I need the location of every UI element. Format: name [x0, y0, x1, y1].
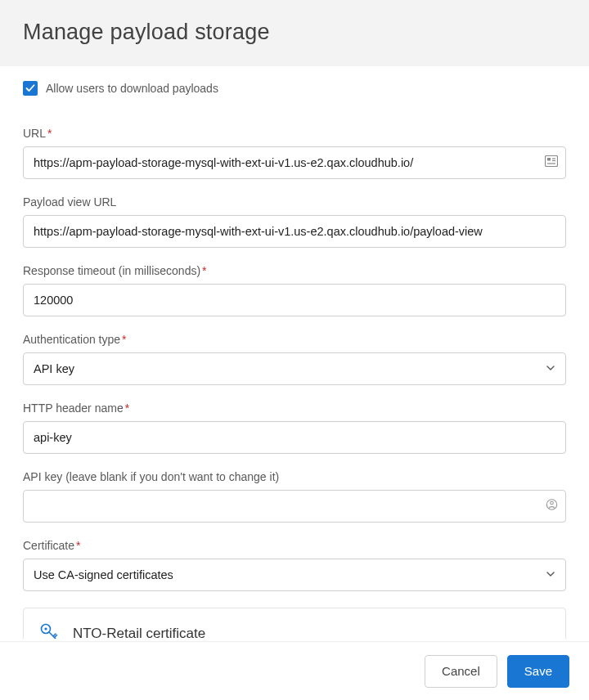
- certificate-card: NTO-Retail certificate: [23, 608, 566, 639]
- cancel-button[interactable]: Cancel: [425, 655, 497, 688]
- page-header: Manage payload storage: [0, 0, 589, 66]
- payload-view-url-label: Payload view URL: [23, 195, 566, 209]
- url-input[interactable]: [23, 146, 566, 179]
- svg-rect-0: [546, 156, 558, 167]
- certificate-field: Certificate* Use CA-signed certificates: [23, 539, 566, 591]
- chevron-down-icon: [546, 568, 555, 581]
- password-manager-icon: [546, 499, 558, 514]
- certificate-label: Certificate*: [23, 539, 566, 552]
- http-header-field: HTTP header name*: [23, 402, 566, 454]
- http-header-input[interactable]: [23, 421, 566, 454]
- certificate-select[interactable]: Use CA-signed certificates: [23, 559, 566, 591]
- auth-type-value: API key: [34, 362, 74, 375]
- certificate-value: Use CA-signed certificates: [34, 568, 173, 581]
- certificate-name: NTO-Retail certificate: [73, 626, 205, 639]
- download-payloads-label: Allow users to download payloads: [46, 82, 218, 95]
- footer-bar: Cancel Save: [0, 641, 589, 700]
- save-button[interactable]: Save: [507, 655, 569, 688]
- key-icon: [38, 621, 60, 639]
- credential-icon: [545, 155, 558, 170]
- svg-point-6: [551, 501, 554, 505]
- auth-type-select[interactable]: API key: [23, 352, 566, 385]
- chevron-down-icon: [546, 362, 555, 375]
- download-payloads-checkbox[interactable]: [23, 81, 38, 96]
- url-field: URL*: [23, 127, 566, 179]
- response-timeout-input[interactable]: [23, 284, 566, 316]
- api-key-field: API key (leave blank if you don't want t…: [23, 470, 566, 523]
- check-icon: [25, 83, 35, 93]
- api-key-label: API key (leave blank if you don't want t…: [23, 470, 566, 483]
- auth-type-label: Authentication type*: [23, 333, 566, 346]
- http-header-label: HTTP header name*: [23, 402, 566, 415]
- svg-rect-1: [547, 158, 551, 161]
- form-body: Allow users to download payloads URL* Pa…: [0, 66, 589, 639]
- svg-point-8: [44, 627, 47, 630]
- url-label: URL*: [23, 127, 566, 140]
- api-key-input[interactable]: [23, 490, 566, 523]
- auth-type-field: Authentication type* API key: [23, 333, 566, 385]
- page-title: Manage payload storage: [23, 20, 566, 45]
- payload-view-url-field: Payload view URL: [23, 195, 566, 248]
- download-payloads-checkbox-row: Allow users to download payloads: [23, 81, 566, 96]
- response-timeout-field: Response timeout (in milliseconds)*: [23, 264, 566, 316]
- response-timeout-label: Response timeout (in milliseconds)*: [23, 264, 566, 277]
- payload-view-url-input[interactable]: [23, 215, 566, 248]
